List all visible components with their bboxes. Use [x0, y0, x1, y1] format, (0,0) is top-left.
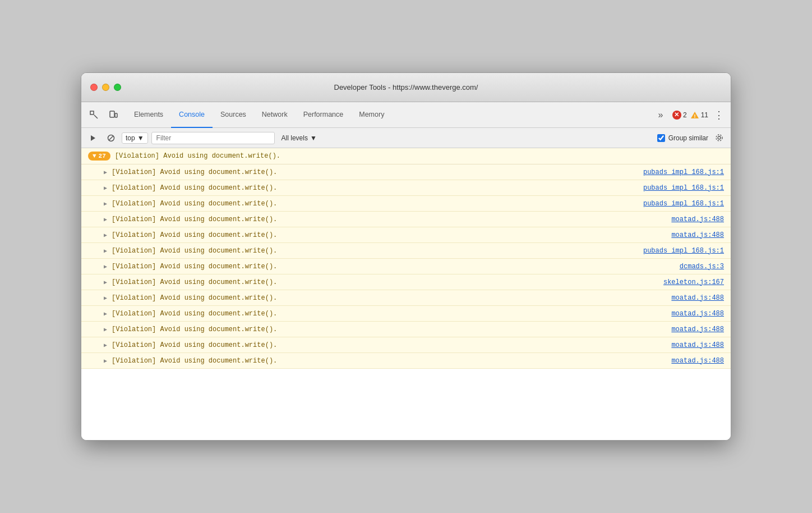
violation-row[interactable]: ▶ [Violation] Avoid using document.write… — [81, 274, 731, 290]
violation-header-text: [Violation] Avoid using document.write()… — [115, 152, 280, 160]
violation-row[interactable]: ▶ [Violation] Avoid using document.write… — [81, 227, 731, 243]
main-toolbar: Elements Console Sources Network Perform… — [81, 102, 731, 128]
tab-performance[interactable]: Performance — [296, 102, 352, 128]
block-button[interactable] — [104, 131, 118, 145]
tab-sources[interactable]: Sources — [213, 102, 254, 128]
violation-row[interactable]: ▶ [Violation] Avoid using document.write… — [81, 243, 731, 259]
group-similar-label: Group similar — [668, 134, 708, 142]
violation-row[interactable]: ▶ [Violation] Avoid using document.write… — [81, 290, 731, 306]
violation-text: [Violation] Avoid using document.write()… — [112, 278, 663, 286]
level-selector[interactable]: All levels ▼ — [278, 133, 320, 143]
badge-arrow: ▼ — [93, 153, 96, 159]
violation-source-link[interactable]: pubads_impl_168.js:1 — [643, 247, 724, 255]
context-selector[interactable]: top ▼ — [122, 132, 148, 144]
expand-arrow[interactable]: ▶ — [104, 216, 107, 223]
error-icon: ✕ — [672, 111, 681, 120]
violation-row[interactable]: ▶ [Violation] Avoid using document.write… — [81, 212, 731, 227]
clear-console-button[interactable] — [86, 131, 100, 145]
block-icon — [107, 134, 115, 142]
violation-row[interactable]: ▶ [Violation] Avoid using document.write… — [81, 353, 731, 369]
violation-source-link[interactable]: moatad.js:488 — [671, 231, 724, 239]
violation-row[interactable]: ▶ [Violation] Avoid using document.write… — [81, 337, 731, 353]
violation-text: [Violation] Avoid using document.write()… — [112, 326, 671, 333]
violation-source-link[interactable]: pubads_impl_168.js:1 — [643, 200, 724, 208]
device-icon — [109, 111, 118, 120]
traffic-lights — [90, 84, 121, 91]
svg-rect-1 — [110, 111, 114, 117]
devtools-menu-button[interactable]: ⋮ — [712, 109, 726, 121]
tab-network[interactable]: Network — [254, 102, 296, 128]
inspect-icon — [90, 111, 99, 120]
violation-row[interactable]: ▶ [Violation] Avoid using document.write… — [81, 259, 731, 274]
violation-rows-container: ▶ [Violation] Avoid using document.write… — [81, 164, 731, 369]
violation-source-link[interactable]: moatad.js:488 — [671, 326, 724, 333]
console-settings-button[interactable] — [712, 131, 726, 145]
maximize-button[interactable] — [114, 84, 121, 91]
inspect-element-button[interactable] — [86, 107, 103, 123]
level-value: All levels — [282, 134, 308, 142]
violation-source-link[interactable]: moatad.js:488 — [671, 216, 724, 223]
expand-arrow[interactable]: ▶ — [104, 200, 107, 207]
tab-console[interactable]: Console — [171, 102, 213, 128]
violation-text: [Violation] Avoid using document.write()… — [112, 294, 671, 302]
violation-count-badge: ▼ 27 — [88, 152, 110, 161]
violation-source-link[interactable]: dcmads.js:3 — [680, 263, 724, 271]
violation-source-link[interactable]: pubads_impl_168.js:1 — [643, 168, 724, 176]
group-similar-checkbox[interactable] — [657, 134, 665, 142]
gear-icon — [715, 134, 723, 142]
expand-arrow[interactable]: ▶ — [104, 232, 107, 239]
svg-point-9 — [716, 135, 722, 141]
expand-arrow[interactable]: ▶ — [104, 279, 107, 286]
expand-arrow[interactable]: ▶ — [104, 326, 107, 333]
violation-row[interactable]: ▶ [Violation] Avoid using document.write… — [81, 164, 731, 180]
level-dropdown-arrow: ▼ — [310, 134, 317, 142]
violation-source-link[interactable]: moatad.js:488 — [671, 294, 724, 302]
violation-source-link[interactable]: skeleton.js:167 — [663, 278, 724, 286]
svg-rect-2 — [115, 113, 117, 117]
expand-arrow[interactable]: ▶ — [104, 295, 107, 301]
violation-count: 27 — [99, 153, 106, 159]
svg-marker-5 — [91, 135, 95, 141]
svg-point-8 — [718, 136, 721, 139]
violation-text: [Violation] Avoid using document.write()… — [112, 184, 643, 192]
violation-row[interactable]: ▶ [Violation] Avoid using document.write… — [81, 196, 731, 212]
titlebar: Developer Tools - https://www.theverge.c… — [81, 73, 731, 102]
expand-arrow[interactable]: ▶ — [104, 310, 107, 317]
tab-navigation: Elements Console Sources Network Perform… — [126, 102, 392, 128]
devtools-window: Developer Tools - https://www.theverge.c… — [81, 72, 731, 441]
context-value: top — [126, 134, 135, 142]
violation-source-link[interactable]: pubads_impl_168.js:1 — [643, 184, 724, 192]
expand-arrow[interactable]: ▶ — [104, 169, 107, 176]
warning-icon: ! — [690, 111, 699, 120]
violation-source-link[interactable]: moatad.js:488 — [671, 341, 724, 349]
violation-source-link[interactable]: moatad.js:488 — [671, 357, 724, 365]
violation-text: [Violation] Avoid using document.write()… — [112, 357, 671, 365]
tab-elements[interactable]: Elements — [126, 102, 171, 128]
violation-group-header[interactable]: ▼ 27 [Violation] Avoid using document.wr… — [81, 148, 731, 164]
violation-text: [Violation] Avoid using document.write()… — [112, 247, 643, 255]
tab-memory[interactable]: Memory — [351, 102, 392, 128]
violation-row[interactable]: ▶ [Violation] Avoid using document.write… — [81, 306, 731, 322]
minimize-button[interactable] — [102, 84, 109, 91]
svg-line-7 — [109, 136, 113, 140]
violation-row[interactable]: ▶ [Violation] Avoid using document.write… — [81, 180, 731, 196]
expand-arrow[interactable]: ▶ — [104, 263, 107, 270]
more-tabs-button[interactable]: » — [652, 107, 669, 123]
violation-source-link[interactable]: moatad.js:488 — [671, 310, 724, 318]
console-output[interactable]: ▼ 27 [Violation] Avoid using document.wr… — [81, 148, 731, 440]
device-toolbar-button[interactable] — [105, 107, 122, 123]
violation-text: [Violation] Avoid using document.write()… — [112, 200, 643, 208]
expand-arrow[interactable]: ▶ — [104, 342, 107, 349]
close-button[interactable] — [90, 84, 98, 91]
violation-text: [Violation] Avoid using document.write()… — [112, 341, 671, 349]
filter-input[interactable] — [151, 132, 275, 144]
violation-row[interactable]: ▶ [Violation] Avoid using document.write… — [81, 322, 731, 337]
expand-arrow[interactable]: ▶ — [104, 358, 107, 364]
warning-count: 11 — [701, 111, 708, 119]
console-toolbar: top ▼ All levels ▼ Group similar — [81, 128, 731, 148]
violation-text: [Violation] Avoid using document.write()… — [112, 310, 671, 318]
group-similar-control: Group similar — [657, 134, 708, 142]
run-icon — [89, 134, 97, 142]
expand-arrow[interactable]: ▶ — [104, 248, 107, 254]
expand-arrow[interactable]: ▶ — [104, 185, 107, 191]
